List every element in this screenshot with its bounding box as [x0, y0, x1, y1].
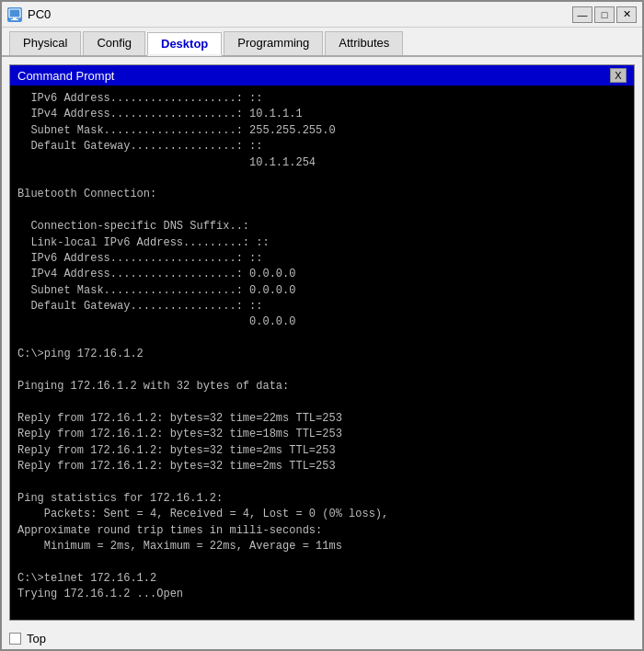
close-button[interactable]: ✕ — [616, 6, 637, 23]
cmd-titlebar: Command Prompt X — [10, 65, 634, 86]
tab-bar: Physical Config Desktop Programming Attr… — [2, 28, 642, 57]
minimize-button[interactable]: — — [572, 6, 592, 23]
svg-rect-1 — [13, 17, 17, 19]
svg-rect-2 — [11, 19, 18, 20]
maximize-button[interactable]: □ — [594, 6, 615, 23]
title-bar-controls: — □ ✕ — [572, 6, 637, 23]
command-prompt-window: Command Prompt X IPv6 Address...........… — [9, 64, 635, 621]
bottom-bar: Top — [2, 628, 642, 649]
top-label: Top — [27, 632, 46, 645]
top-checkbox[interactable] — [9, 633, 21, 645]
main-window: PC0 — □ ✕ Physical Config Desktop Progra… — [0, 0, 644, 651]
window-icon — [7, 7, 22, 22]
svg-rect-0 — [9, 9, 20, 17]
tab-attributes[interactable]: Attributes — [325, 31, 403, 55]
cmd-close-button[interactable]: X — [610, 68, 627, 83]
title-bar: PC0 — □ ✕ — [2, 2, 642, 28]
cmd-title-label: Command Prompt — [17, 69, 114, 83]
terminal-output[interactable]: IPv6 Address...................: :: IPv4… — [10, 86, 634, 620]
content-area: Command Prompt X IPv6 Address...........… — [2, 57, 642, 628]
window-title: PC0 — [28, 7, 572, 21]
tab-config[interactable]: Config — [83, 31, 145, 55]
tab-physical[interactable]: Physical — [9, 31, 81, 55]
tab-desktop[interactable]: Desktop — [147, 32, 222, 56]
tab-programming[interactable]: Programming — [224, 31, 323, 55]
